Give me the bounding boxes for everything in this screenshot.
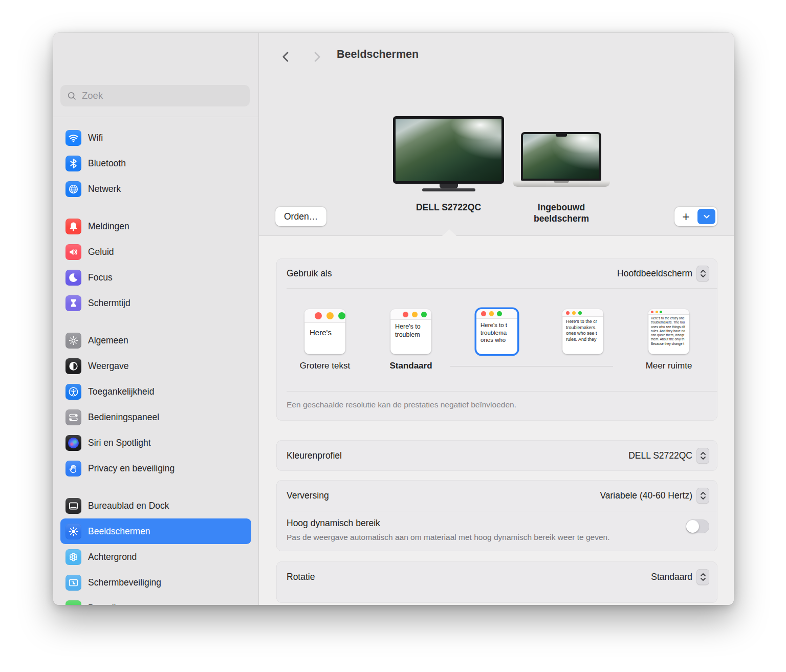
sidebar-item-weergave[interactable]: Weergave	[60, 353, 251, 379]
search-placeholder: Zoek	[82, 90, 103, 101]
scale-option-3[interactable]: Here's to ttroublemaones who	[476, 309, 517, 354]
builtin-display-thumbnail[interactable]	[521, 132, 601, 187]
wifi-icon	[66, 130, 81, 146]
sidebar-item-siri-en-spotlight[interactable]: Siri en Spotlight	[60, 430, 251, 456]
resolution-card: Gebruik als Hoofdbeeldscherm Here'sHere'…	[276, 258, 717, 421]
rotation-row: Rotatie Standaard	[276, 561, 717, 592]
hdr-label: Hoog dynamisch bereik	[287, 518, 610, 529]
stepper-icon	[696, 448, 709, 464]
sidebar-item-batterij[interactable]: Batterij	[60, 595, 251, 605]
arrange-button[interactable]: Orden…	[275, 207, 326, 226]
add-display-button[interactable]: +	[674, 207, 717, 226]
sidebar-item-achtergrond[interactable]: Achtergrond	[60, 544, 251, 570]
plus-icon[interactable]: +	[674, 207, 697, 226]
hourglass-icon	[66, 295, 81, 311]
accessibility-icon	[66, 384, 81, 400]
hdr-toggle[interactable]	[686, 519, 709, 533]
scale-option-2[interactable]: Here's totroublem	[390, 309, 431, 354]
window-dot	[315, 312, 322, 319]
color-profile-label: Kleurenprofiel	[287, 450, 342, 461]
sidebar-item-algemeen[interactable]: Algemeen	[60, 328, 251, 353]
siri-icon	[66, 435, 81, 451]
sidebar-item-wifi[interactable]: Wifi	[60, 125, 251, 150]
sidebar-item-schermtijd[interactable]: Schermtijd	[60, 290, 251, 316]
sidebar-item-label: Bluetooth	[88, 158, 126, 169]
moon-icon	[66, 270, 81, 286]
sidebar-item-label: Bureaublad en Dock	[88, 501, 169, 511]
color-profile-card: Kleurenprofiel DELL S2722QC	[276, 440, 717, 471]
sidebar-divider	[53, 117, 258, 117]
window-dot	[421, 312, 427, 317]
sidebar-item-bedieningspaneel[interactable]: Bedieningspaneel	[60, 404, 251, 430]
forward-button[interactable]	[310, 50, 324, 64]
sidebar-item-focus[interactable]: Focus	[60, 265, 251, 290]
sidebar-item-schermbeveiliging[interactable]: Schermbeveiliging	[60, 570, 251, 595]
chevron-down-icon	[703, 214, 710, 219]
sidebar-item-bureaublad-en-dock[interactable]: Bureaublad en Dock	[60, 493, 251, 518]
window-dot	[566, 311, 570, 315]
scale-options: Here'sHere's totroublemHere's to ttroubl…	[276, 289, 717, 354]
page-title: Beeldschermen	[337, 48, 419, 61]
refresh-row: Verversing Variabele (40-60 Hertz)	[276, 480, 717, 511]
hand-icon	[66, 461, 81, 476]
scale-option-caption: Meer ruimte	[630, 360, 707, 372]
sidebar-item-privacy-en-beveiliging[interactable]: Privacy en beveiliging	[60, 456, 251, 481]
window-dot	[412, 312, 418, 317]
sidebar-item-label: Schermbeveiliging	[88, 577, 161, 588]
sidebar: Zoek WifiBluetoothNetwerkMeldingenGeluid…	[53, 33, 259, 605]
gear-icon	[66, 333, 81, 349]
sidebar-item-meldingen[interactable]: Meldingen	[60, 213, 251, 239]
refresh-popup[interactable]: Variabele (40-60 Hertz)	[600, 488, 709, 504]
sidebar-item-label: Wifi	[88, 133, 103, 143]
rotation-label: Rotatie	[287, 572, 315, 582]
window-dot	[578, 311, 582, 315]
scale-option-5[interactable]: Here's to the crazy onetroublemakers. Th…	[648, 309, 689, 354]
sidebar-item-bluetooth[interactable]: Bluetooth	[60, 150, 251, 176]
chevron-left-icon	[279, 50, 293, 64]
stepper-icon	[696, 266, 709, 281]
sidebar-item-label: Beeldschermen	[88, 526, 150, 537]
scale-note: Een geschaalde resolutie kan de prestati…	[287, 400, 707, 409]
sidebar-item-label: Weergave	[88, 361, 128, 372]
globe-icon	[66, 181, 81, 197]
scale-connector-line	[450, 366, 613, 366]
bell-icon	[66, 219, 81, 234]
search-icon	[67, 91, 77, 101]
sidebar-item-toegankelijkheid[interactable]: Toegankelijkheid	[60, 379, 251, 404]
screensaver-icon	[66, 575, 81, 591]
sidebar-item-label: Focus	[88, 272, 113, 283]
scale-option-4[interactable]: Here's to the crtroublemakers.ones who s…	[562, 309, 603, 354]
rotation-popup[interactable]: Standaard	[651, 569, 709, 585]
window-dot	[403, 312, 408, 317]
add-display-dropdown[interactable]	[697, 209, 715, 224]
back-button[interactable]	[279, 50, 293, 64]
hdr-description: Pas de weergave automatisch aan om mater…	[287, 532, 610, 543]
search-input[interactable]: Zoek	[60, 85, 250, 106]
external-display-thumbnail[interactable]	[393, 116, 504, 191]
sidebar-item-netwerk[interactable]: Netwerk	[60, 176, 251, 202]
sidebar-item-label: Batterij	[88, 603, 116, 605]
window-dot	[656, 311, 658, 313]
window-dot	[497, 311, 502, 316]
window-dot	[481, 311, 486, 316]
sidebar-item-label: Netwerk	[88, 184, 121, 194]
color-profile-popup[interactable]: DELL S2722QC	[628, 448, 709, 464]
window-dot	[338, 312, 345, 319]
stepper-icon	[696, 488, 709, 504]
window-dot	[326, 312, 334, 319]
builtin-display-label: Ingebouwd beeldscherm	[513, 202, 610, 224]
notch	[556, 134, 567, 137]
scale-option-1[interactable]: Here's	[304, 309, 345, 354]
builtin-display-screen	[521, 132, 601, 181]
external-display-label: DELL S2722QC	[393, 202, 504, 213]
flower-icon	[66, 549, 81, 565]
use-as-popup[interactable]: Hoofdbeeldscherm	[617, 266, 709, 281]
sidebar-item-beeldschermen[interactable]: Beeldschermen	[60, 518, 251, 544]
sidebar-item-label: Privacy en beveiliging	[88, 463, 174, 474]
refresh-hdr-card: Verversing Variabele (40-60 Hertz) Hoog …	[276, 480, 717, 551]
sidebar-item-label: Geluid	[88, 247, 114, 257]
speaker-icon	[66, 244, 81, 260]
bluetooth-icon	[66, 156, 81, 171]
sidebar-item-geluid[interactable]: Geluid	[60, 239, 251, 265]
content-pane: Beeldschermen DELL S2722QC Ingebouwd bee…	[259, 33, 734, 605]
